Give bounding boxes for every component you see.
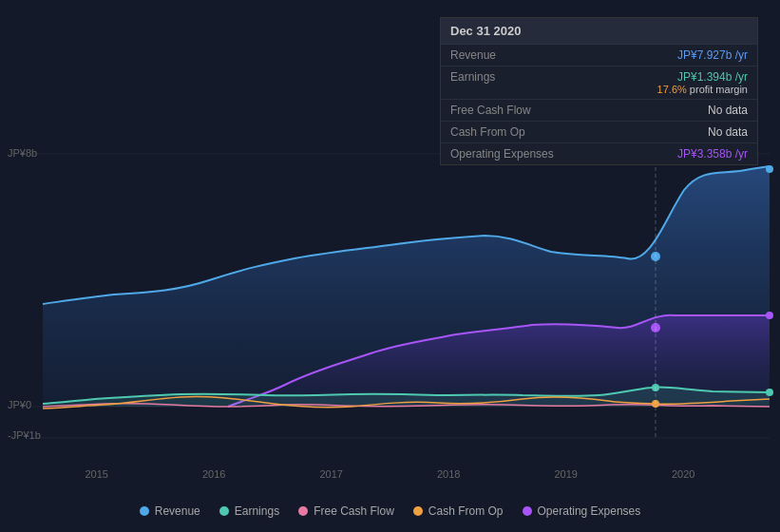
y-label-8b: JP¥8b [8,147,37,159]
tooltip-row-fcf: Free Cash Flow No data [441,99,757,121]
legend-revenue[interactable]: Revenue [140,504,200,518]
x-label-2015: 2015 [86,468,108,480]
legend-label-opex: Operating Expenses [538,504,641,518]
legend-dot-revenue [140,506,149,516]
tooltip-label-opex: Operating Expenses [450,147,677,161]
tooltip-label-revenue: Revenue [450,48,677,62]
x-label-2020: 2020 [672,468,694,480]
opex-value: JP¥3.358b /yr [677,147,748,161]
tooltip-label-fcf: Free Cash Flow [450,104,708,117]
x-label-2017: 2017 [320,468,343,480]
tooltip-panel: Dec 31 2020 Revenue JP¥7.927b /yr Earnin… [440,17,758,165]
y-label-0: JP¥0 [8,399,31,410]
tooltip-row-revenue: Revenue JP¥7.927b /yr [441,44,757,66]
svg-point-10 [766,312,773,319]
tooltip-title: Dec 31 2020 [441,18,757,44]
tooltip-value-cashfromop: No data [708,125,748,139]
legend-opex[interactable]: Operating Expenses [523,504,641,518]
legend-earnings[interactable]: Earnings [219,504,279,518]
legend-label-cashfromop: Cash From Op [428,504,504,518]
chart-container: JP¥8b JP¥0 -JP¥1b 2015 2016 2017 2018 20… [0,0,780,532]
x-label-2019: 2019 [555,468,578,480]
x-label-2018: 2018 [437,468,460,480]
earnings-value: JP¥1.394b /yr [677,70,748,84]
chart-legend: Revenue Earnings Free Cash Flow Cash Fro… [0,504,780,518]
svg-point-9 [766,165,773,173]
tooltip-label-earnings: Earnings [450,70,657,84]
tooltip-value-revenue: JP¥7.927b /yr [677,48,748,62]
x-label-2016: 2016 [202,468,225,480]
legend-cashfromop[interactable]: Cash From Op [413,504,504,518]
tooltip-row-earnings: Earnings JP¥1.394b /yr 17.6% profit marg… [441,66,757,99]
legend-fcf[interactable]: Free Cash Flow [298,504,394,518]
tooltip-value-fcf: No data [708,104,748,117]
legend-dot-fcf [298,506,308,516]
tooltip-value-earnings: JP¥1.394b /yr 17.6% profit margin [657,70,748,95]
x-axis-labels: 2015 2016 2017 2018 2019 2020 [0,468,780,480]
legend-label-earnings: Earnings [235,504,279,518]
svg-point-11 [766,389,773,396]
legend-dot-cashfromop [413,506,423,516]
revenue-value: JP¥7.927b /yr [677,48,748,62]
tooltip-row-opex: Operating Expenses JP¥3.358b /yr [441,142,757,164]
tooltip-label-cashfromop: Cash From Op [450,125,708,139]
tooltip-row-cashfromop: Cash From Op No data [441,121,757,142]
profit-margin: 17.6% profit margin [657,84,748,95]
legend-label-fcf: Free Cash Flow [314,504,394,518]
y-label-neg1b: -JP¥1b [8,429,41,441]
legend-dot-earnings [219,506,229,516]
legend-dot-opex [523,506,532,516]
tooltip-value-opex: JP¥3.358b /yr [677,147,748,161]
legend-label-revenue: Revenue [155,504,200,518]
